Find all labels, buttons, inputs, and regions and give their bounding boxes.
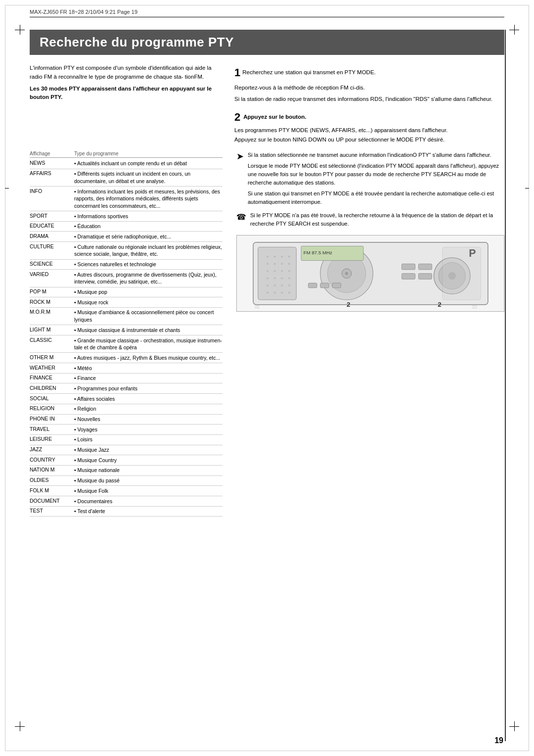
type-val: • Finance [74, 375, 222, 382]
table-row: CLASSIC• Grande musique classique - orch… [30, 335, 222, 353]
display-val: RELIGION [30, 405, 74, 411]
type-val: • Différents sujets incluant un incident… [74, 170, 222, 185]
step2-label: 2Appuyez sur le bouton. [234, 108, 504, 126]
display-val: INFO [30, 188, 74, 194]
table-row: PHONE IN• Nouvelles [30, 415, 222, 425]
type-val: • Actualités incluant un compte rendu et… [74, 160, 222, 167]
table-row: OTHER M• Autres musiques - jazz, Rythm &… [30, 353, 222, 363]
step2-block: 2Appuyez sur le bouton. Les programmes P… [234, 108, 504, 144]
pty-rows: NEWS• Actualités incluant un compte rend… [30, 159, 222, 517]
svg-point-2 [267, 256, 268, 258]
svg-point-19 [273, 284, 275, 286]
table-row: POP M• Musique pop [30, 287, 222, 298]
col-header-type: Type du programme [74, 151, 222, 156]
svg-point-29 [345, 272, 348, 275]
svg-point-17 [288, 278, 290, 280]
display-val: EDUCATE [30, 223, 74, 229]
svg-rect-45 [401, 274, 415, 280]
svg-rect-46 [418, 274, 432, 280]
type-val: • Musique Country [74, 457, 222, 464]
svg-point-6 [267, 263, 268, 265]
svg-rect-36 [332, 283, 340, 288]
side-tick-right-1 [525, 188, 529, 189]
display-val: COUNTRY [30, 457, 74, 463]
table-row: SPORT• Informations sportives [30, 211, 222, 222]
type-val: • Culture nationale ou régionale incluan… [74, 243, 222, 258]
device-svg: P 2 2 :::: :::: FM [244, 237, 497, 309]
table-row: LIGHT M• Musique classique & instrumenta… [30, 325, 222, 335]
type-val: • Musique Folk [74, 487, 222, 495]
svg-point-5 [288, 256, 290, 258]
type-val: • Informations incluant les poids et mes… [74, 188, 222, 210]
phone-note-text: Si le PTY MODE n'a pas été trouvé, la re… [250, 211, 504, 228]
svg-point-18 [267, 284, 268, 286]
svg-point-3 [273, 256, 275, 258]
display-val: SOCIAL [30, 395, 74, 401]
table-row: M.O.R.M• Musique d'ambiance & occasionne… [30, 308, 222, 325]
device-image: P 2 2 :::: :::: FM [236, 235, 504, 312]
svg-point-11 [273, 270, 275, 272]
svg-point-8 [281, 263, 283, 265]
svg-point-24 [281, 292, 283, 294]
header-text: MAX-ZJ650 FR 18~28 2/10/04 9:21 Page 19 [30, 9, 137, 15]
step1-text: 1Recherchez une station qui transmet en … [234, 64, 504, 81]
display-val: CLASSIC [30, 337, 74, 343]
two-col-layout: Affichage Type du programme NEWS• Actual… [30, 151, 504, 517]
table-row: VARIED• Autres discours, programme de di… [30, 270, 222, 287]
type-val: • Informations sportives [74, 213, 222, 220]
table-row: FINANCE• Finance [30, 374, 222, 384]
type-val: • Musique classique & instrumentale et c… [74, 327, 222, 334]
display-val: SCIENCE [30, 261, 74, 267]
display-val: TEST [30, 508, 74, 514]
display-val: NATION M [30, 467, 74, 472]
svg-point-16 [281, 278, 283, 280]
arrow-note-1-text: Si la station sélectionnée ne transmet a… [248, 151, 504, 206]
page-title: Recherche du programme PTY [30, 30, 504, 55]
right-para-2: Si la station de radio reçue transmet de… [234, 94, 504, 103]
side-tick-left-1 [5, 188, 9, 189]
svg-rect-43 [401, 264, 415, 270]
display-val: DRAMA [30, 233, 74, 239]
display-val: OLDIES [30, 477, 74, 483]
svg-text:::::: :::: [472, 305, 477, 310]
crosshair-tr [509, 25, 519, 35]
table-row: EDUCATE• Éducation [30, 222, 222, 232]
main-content: Recherche du programme PTY L'information… [30, 30, 504, 726]
table-header: Affichage Type du programme [30, 151, 222, 158]
svg-rect-1 [258, 247, 296, 300]
type-val: • Musique nationale [74, 467, 222, 474]
arrow-note-1: ➤ Si la station sélectionnée ne transmet… [236, 151, 504, 206]
right-para-1: Reportez-vous à la méthode de réception … [234, 83, 504, 92]
phone-icon: ☎ [236, 211, 246, 228]
svg-rect-34 [308, 283, 316, 288]
svg-text:2: 2 [347, 301, 351, 309]
display-val: TRAVEL [30, 426, 74, 432]
display-val: LEISURE [30, 436, 74, 442]
display-val: CULTURE [30, 243, 74, 249]
svg-point-12 [281, 270, 283, 272]
type-val: • Dramatique et série radiophonique, etc… [74, 233, 222, 240]
type-val: • Nouvelles [74, 416, 222, 423]
table-row: SCIENCE• Sciences naturelles et technolo… [30, 260, 222, 270]
svg-rect-44 [418, 264, 432, 270]
type-val: • Voyages [74, 426, 222, 433]
crosshair-bl [15, 721, 25, 731]
intro-para-2: Les 30 modes PTY apparaissent dans l'aff… [30, 85, 222, 102]
table-row: DOCUMENT• Documentaires [30, 496, 222, 507]
table-row: RELIGION• Religion [30, 404, 222, 415]
table-row: WEATHER• Météo [30, 363, 222, 374]
table-row: COUNTRY• Musique Country [30, 455, 222, 466]
type-val: • Musique Jazz [74, 446, 222, 454]
type-val: • Autres discours, programme de divertis… [74, 271, 222, 285]
display-val: WEATHER [30, 365, 74, 371]
type-val: • Programmes pour enfants [74, 385, 222, 392]
type-val: • Musique d'ambiance & occasionnellement… [74, 309, 222, 323]
svg-rect-47 [442, 247, 481, 300]
svg-point-9 [288, 263, 290, 265]
svg-point-23 [273, 292, 275, 294]
svg-point-15 [273, 278, 275, 280]
table-row: JAZZ• Musique Jazz [30, 445, 222, 456]
svg-text:2: 2 [438, 301, 442, 309]
table-row: TRAVEL• Voyages [30, 425, 222, 435]
table-row: TEST• Test d'alerte [30, 507, 222, 517]
